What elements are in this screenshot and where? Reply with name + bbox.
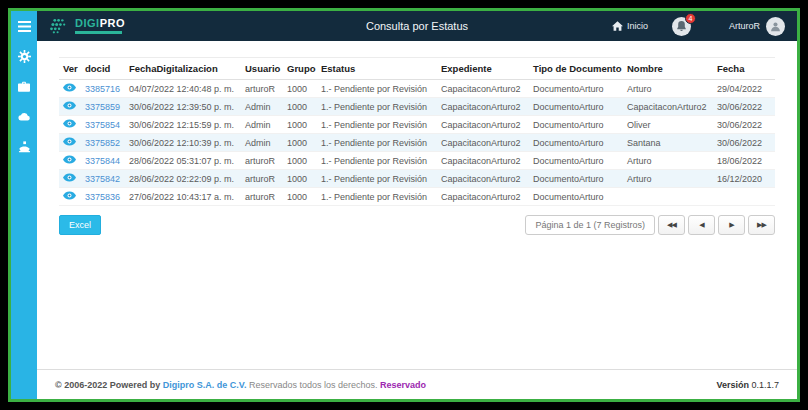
cell-grupo: 1000 [283, 170, 317, 188]
content-area: VerdocidFechaDigitalizacionUsuarioGrupoE… [37, 41, 797, 369]
inicio-button[interactable]: Inicio [612, 21, 648, 31]
table-row: 3375854 30/06/2022 12:15:59 p. m. Admin … [59, 116, 775, 134]
version-info: Versión 0.1.1.7 [716, 380, 779, 390]
cell-nombre: Arturo [623, 170, 713, 188]
cell-grupo: 1000 [283, 134, 317, 152]
cell-fecha: 18/06/2022 [713, 152, 775, 170]
cell-docid: 3385716 [81, 80, 125, 98]
docid-link[interactable]: 3375842 [85, 174, 120, 184]
cell-nombre: Arturo [623, 80, 713, 98]
logo-dots-icon [49, 18, 70, 34]
cell-tipo-documento: DocumentoArturo [529, 170, 623, 188]
table-header-row: VerdocidFechaDigitalizacionUsuarioGrupoE… [59, 58, 775, 80]
pagination-prev-button[interactable]: ◀ [688, 215, 715, 235]
cell-tipo-documento: DocumentoArturo [529, 152, 623, 170]
cell-fecha-digitalizacion: 30/06/2022 12:39:50 p. m. [125, 98, 241, 116]
docid-link[interactable]: 3375852 [85, 138, 120, 148]
logo-digi: DIGI [75, 17, 100, 29]
table-body: 3385716 04/07/2022 12:40:48 p. m. arturo… [59, 80, 775, 206]
company-link[interactable]: Digipro S.A. de C.V. [163, 380, 247, 390]
version-value: 0.1.1.7 [751, 380, 779, 390]
column-header: Tipo de Documento [529, 58, 623, 80]
cell-usuario: arturoR [241, 152, 283, 170]
docid-link[interactable]: 3375844 [85, 156, 120, 166]
cell-tipo-documento: DocumentoArturo [529, 80, 623, 98]
user-icon [770, 21, 781, 32]
cell-nombre: Santana [623, 134, 713, 152]
table-row: 3375836 27/06/2022 10:43:17 a. m. arturo… [59, 188, 775, 206]
briefcase-icon[interactable] [17, 80, 31, 93]
digipro-logo[interactable]: DIGIPRO [49, 18, 125, 34]
rights-text: Reservados todos los derechos. [249, 380, 378, 390]
cell-ver [59, 152, 81, 170]
sidebar [11, 11, 37, 399]
cell-expediente: CapacitaconArturo2 [437, 134, 529, 152]
excel-export-button[interactable]: Excel [59, 215, 101, 235]
cell-estatus: 1.- Pendiente por Revisión [317, 188, 437, 206]
logo-text: DIGIPRO [75, 18, 125, 34]
pagination-last-button[interactable]: ▶▶ [748, 215, 775, 235]
cell-usuario: Admin [241, 98, 283, 116]
docid-link[interactable]: 3375854 [85, 120, 120, 130]
cell-docid: 3375859 [81, 98, 125, 116]
cell-estatus: 1.- Pendiente por Revisión [317, 170, 437, 188]
column-header: Nombre [623, 58, 713, 80]
cell-grupo: 1000 [283, 152, 317, 170]
cell-grupo: 1000 [283, 98, 317, 116]
view-eye-icon[interactable] [63, 119, 76, 128]
view-eye-icon[interactable] [63, 191, 76, 200]
view-eye-icon[interactable] [63, 101, 76, 110]
column-header: docid [81, 58, 125, 80]
cell-fecha [713, 188, 775, 206]
view-eye-icon[interactable] [63, 83, 76, 92]
view-eye-icon[interactable] [63, 137, 76, 146]
pagination-next-button[interactable]: ▶ [718, 215, 745, 235]
results-table: VerdocidFechaDigitalizacionUsuarioGrupoE… [59, 57, 775, 206]
cloud-icon[interactable] [17, 110, 31, 123]
user-menu[interactable]: ArturoR [729, 17, 785, 36]
menu-icon[interactable] [17, 20, 31, 33]
copyright-line: © 2006-2022 Powered by Digipro S.A. de C… [55, 380, 426, 390]
docid-link[interactable]: 3375859 [85, 102, 120, 112]
cell-estatus: 1.- Pendiente por Revisión [317, 152, 437, 170]
notification-badge: 4 [685, 13, 696, 24]
reserved-link[interactable]: Reservado [380, 380, 426, 390]
table-row: 3375859 30/06/2022 12:39:50 p. m. Admin … [59, 98, 775, 116]
docid-link[interactable]: 3385716 [85, 84, 120, 94]
cell-usuario: arturoR [241, 188, 283, 206]
cell-estatus: 1.- Pendiente por Revisión [317, 98, 437, 116]
column-header: Grupo [283, 58, 317, 80]
pagination-first-button[interactable]: ◀◀ [658, 215, 685, 235]
footer: © 2006-2022 Powered by Digipro S.A. de C… [37, 369, 797, 399]
cell-usuario: arturoR [241, 80, 283, 98]
notifications-button[interactable]: 4 [672, 17, 691, 36]
cell-ver [59, 80, 81, 98]
cell-fecha-digitalizacion: 28/06/2022 05:31:07 p. m. [125, 152, 241, 170]
cell-estatus: 1.- Pendiente por Revisión [317, 116, 437, 134]
gear-icon[interactable] [17, 50, 31, 63]
inicio-label: Inicio [627, 21, 648, 31]
column-header: Expediente [437, 58, 529, 80]
cell-expediente: CapacitaconArturo2 [437, 80, 529, 98]
cell-fecha: 29/04/2022 [713, 80, 775, 98]
header-actions: Inicio 4 ArturoR [612, 17, 785, 36]
logo-pro: PRO [100, 17, 125, 29]
cell-expediente: CapacitaconArturo2 [437, 98, 529, 116]
cell-grupo: 1000 [283, 116, 317, 134]
cell-docid: 3375852 [81, 134, 125, 152]
cell-fecha: 30/06/2022 [713, 134, 775, 152]
docid-link[interactable]: 3375836 [85, 192, 120, 202]
cell-nombre: CapacitaconArturo2 [623, 98, 713, 116]
cell-expediente: CapacitaconArturo2 [437, 170, 529, 188]
hand-icon[interactable] [17, 140, 31, 153]
cell-fecha: 30/06/2022 [713, 98, 775, 116]
app-window: DIGIPRO Consulta por Estatus Inicio 4 [8, 8, 800, 402]
pagination-summary: Página 1 de 1 (7 Registros) [525, 215, 655, 235]
table-toolbar: Excel Página 1 de 1 (7 Registros) ◀◀ ◀ ▶… [59, 215, 775, 235]
view-eye-icon[interactable] [63, 155, 76, 164]
view-eye-icon[interactable] [63, 173, 76, 182]
copyright-text: © 2006-2022 Powered by [55, 380, 160, 390]
cell-usuario: arturoR [241, 170, 283, 188]
cell-expediente: CapacitaconArturo2 [437, 116, 529, 134]
cell-ver [59, 98, 81, 116]
